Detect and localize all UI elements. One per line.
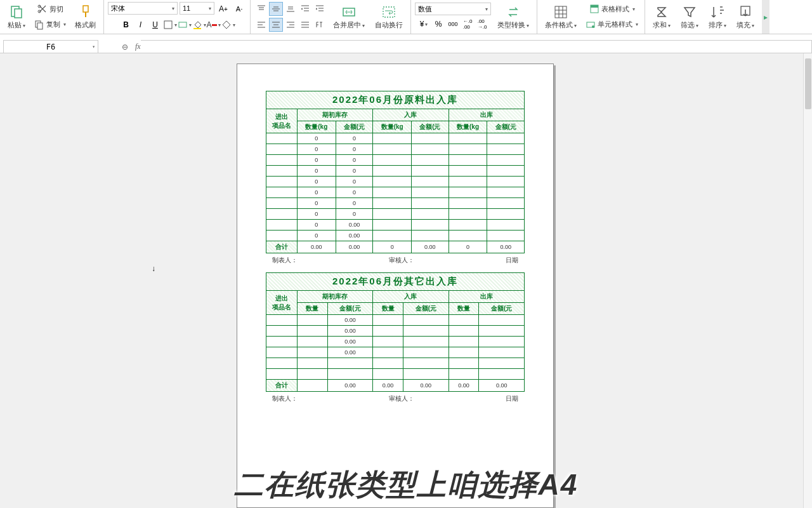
grid-icon [553,4,568,20]
increase-indent-button[interactable] [313,2,327,16]
table2-title: 2022年06月份其它出入库 [266,272,525,290]
table-row: 00.00 [266,231,525,241]
svg-rect-6 [83,6,88,12]
border-button[interactable]: ▾ [163,18,177,32]
align-bottom-button[interactable] [284,2,298,16]
name-box[interactable]: F6▾ [3,40,98,54]
type-convert-button[interactable]: 类型转换▾ [494,3,533,31]
font-family-select[interactable]: 宋体▾ [108,2,178,15]
filter-button[interactable]: 筛选▾ [677,3,702,31]
table-row: 0.00 [266,315,525,326]
increase-font-button[interactable]: A+ [216,2,230,16]
cell-format-button[interactable]: ▾ [178,18,192,32]
merge-icon [341,4,357,20]
wrap-text-button[interactable]: 自动换行 [371,3,407,31]
fill-color-button[interactable]: ▾ [192,18,206,32]
paste-button[interactable]: 粘贴▾ [4,3,29,31]
table1-footer: 制表人：审核人：日期 [266,253,525,272]
sort-icon [710,4,725,20]
scissors-icon [37,4,48,14]
number-group: 数值▾ ¥▾ % 000 ←.0.00 .00→.0 类型转换▾ [411,0,537,34]
table-row: 0.00 [266,337,525,347]
fx-icon[interactable]: fx [135,42,141,51]
svg-rect-12 [555,6,566,18]
cell-icon [178,20,188,30]
decrease-decimal-button[interactable]: .00→.0 [475,17,489,31]
zoom-out-icon[interactable]: ⊖ [117,43,133,51]
cell-style-button[interactable]: 单元格样式▾ [583,18,641,31]
underline-button[interactable]: U [148,18,162,32]
table2: 进出项品名 期初库存 入库 出库 数量金额(元 数量金额(元 数量金额(元 0.… [266,290,525,392]
formula-bar: F6▾ ⊖ fx [0,34,812,53]
table1: 进出项品名 期初库存 入库 出库 数量(kg金额(元 数量(kg金额(元 数量(… [266,109,525,253]
align-top-button[interactable] [254,2,268,16]
ribbon-scroll-right[interactable]: ▸ [762,0,769,34]
row-arrow-icon: ↓ [152,264,155,273]
fill-button[interactable]: 填充▾ [733,3,758,31]
table-row: 00 [266,144,525,155]
formula-input[interactable] [141,40,812,54]
table-row: 00 [266,198,525,209]
print-page[interactable]: 2022年06月份原料出入库 进出项品名 期初库存 入库 出库 数量(kg金额(… [237,64,554,508]
increase-decimal-button[interactable]: ←.0.00 [461,17,475,31]
editing-group: 求和▾ 筛选▾ 排序▾ 填充▾ [645,0,762,34]
svg-rect-5 [37,23,43,29]
table-row: 00 [266,177,525,187]
cond-format-button[interactable]: 条件格式▾ [541,3,580,31]
align-middle-button[interactable] [269,2,283,16]
copy-icon [34,20,44,30]
sort-button[interactable]: 排序▾ [705,3,730,31]
sum-button[interactable]: 求和▾ [649,3,674,31]
currency-button[interactable]: ¥▾ [417,17,431,31]
merge-center-button[interactable]: 合并居中▾ [329,3,369,31]
alignment-group: 合并居中▾ 自动换行 [251,0,411,34]
decrease-indent-button[interactable] [298,2,312,16]
fill-down-icon [738,4,753,20]
bold-button[interactable]: B [119,18,133,32]
percent-button[interactable]: % [431,17,445,31]
table-row: 00 [266,155,525,166]
align-left-button[interactable] [254,18,268,32]
wrap-icon [381,4,396,20]
highlight-button[interactable]: ▾ [221,18,235,32]
font-size-select[interactable]: 11▾ [180,2,214,15]
svg-rect-1 [15,9,22,18]
table-row: 0.00 [266,326,525,337]
table-style-button[interactable]: 表格样式▾ [587,3,638,15]
table2-corner: 进出项品名 [266,291,298,315]
convert-icon [506,4,521,20]
border-icon [163,20,173,30]
table-row [266,369,525,380]
decrease-font-button[interactable]: A- [232,2,246,16]
brush-icon [78,4,93,20]
format-painter-button[interactable]: 格式刷 [71,3,100,31]
cut-button[interactable]: 剪切 [35,3,66,15]
table1-corner: 进出项品名 [266,109,298,133]
cell-style-icon [586,20,596,30]
clipboard-group: 粘贴▾ 剪切 复制▾ 格式刷 [0,0,104,34]
table2-footer: 制表人：审核人：日期 [266,392,525,411]
svg-rect-9 [193,28,201,29]
styles-group: 条件格式▾ 表格样式▾ 单元格样式▾ [537,0,645,34]
font-color-button[interactable]: A▾ [207,18,221,32]
diamond-icon [221,20,232,30]
sheet-area: ↓ 2022年06月份原料出入库 进出项品名 期初库存 入库 出库 数量(kg金… [0,53,812,508]
vertical-scrollbar[interactable] [803,53,812,508]
copy-button[interactable]: 复制▾ [32,18,69,31]
align-right-button[interactable] [284,18,298,32]
number-format-select[interactable]: 数值▾ [415,3,491,15]
table-row: 00 [266,166,525,177]
comma-button[interactable]: 000 [446,17,460,31]
svg-rect-7 [164,21,172,29]
table-row [266,358,525,369]
font-group: 宋体▾ 11▾ A+ A- B I U ▾ ▾ ▾ A▾ ▾ [104,0,251,34]
italic-button[interactable]: I [134,18,148,32]
align-center-button[interactable] [269,18,283,32]
table-row: 00 [266,187,525,198]
paste-icon [9,4,24,20]
table-row: 0.00 [266,347,525,358]
table-style-icon [589,4,599,14]
justify-button[interactable] [298,18,312,32]
orientation-button[interactable] [313,18,327,32]
ribbon-toolbar: 粘贴▾ 剪切 复制▾ 格式刷 宋体▾ 11▾ A+ [0,0,812,34]
